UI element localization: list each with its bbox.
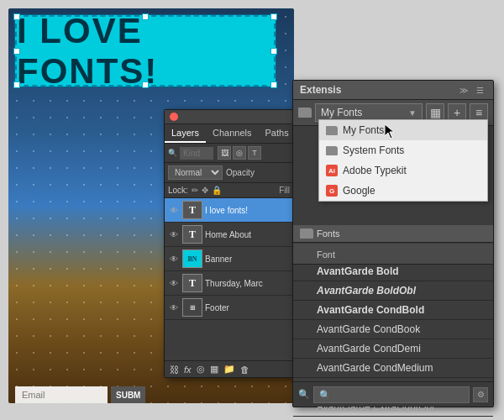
selection-handle-tr — [270, 13, 277, 20]
font-name-1: AvantGarde BoldObl — [317, 285, 416, 297]
layer-row-4[interactable]: 👁 ⊞ Footer — [165, 296, 293, 320]
eye-icon-0[interactable]: 👁 — [168, 205, 180, 215]
layer-row-1[interactable]: 👁 T Home About — [165, 223, 293, 247]
fonts-folder-icon — [300, 228, 313, 239]
extensis-title: Extensis — [300, 84, 341, 96]
layer-thumb-1: T — [182, 225, 202, 244]
selection-handle-tm — [142, 13, 149, 20]
chevron-down-icon: ▼ — [408, 108, 417, 118]
menu-item-typekit[interactable]: Ai Adobe Typekit — [319, 160, 487, 181]
tab-layers[interactable]: Layers — [165, 124, 206, 143]
layer-label-0: I love fonts! — [205, 206, 290, 215]
selection-handle-bl — [13, 81, 20, 88]
layers-panel-footer: ⛓ fx ◎ ▦ 📁 🗑 — [165, 360, 293, 377]
tab-channels[interactable]: Channels — [206, 124, 258, 143]
layer-row-2[interactable]: 👁 BN Banner — [165, 247, 293, 271]
menu-label-system-fonts: System Fonts — [343, 144, 404, 156]
dropdown-value: My Fonts — [321, 107, 362, 118]
submit-button[interactable]: SUBM — [111, 386, 145, 403]
font-item-3[interactable]: AvantGarde CondBook — [293, 320, 493, 339]
folder-icon — [298, 108, 312, 118]
google-icon: G — [326, 185, 338, 197]
filter-icon-2[interactable]: ◎ — [233, 146, 246, 160]
fonts-section-header: Fonts — [293, 225, 493, 243]
tab-paths[interactable]: Paths — [259, 124, 296, 143]
font-name-2: AvantGarde CondBold — [317, 304, 424, 316]
close-icon[interactable] — [170, 113, 178, 121]
typekit-icon: Ai — [326, 165, 338, 176]
selection-handle-bm — [142, 81, 149, 88]
fill-label: Fill — [279, 186, 290, 195]
layer-label-2: Banner — [205, 255, 290, 264]
ilove-banner: I LOVE FONTS! — [15, 15, 276, 87]
opacity-label: Opacity — [226, 168, 255, 177]
collapse-icon[interactable]: ≫ — [457, 85, 470, 96]
layer-thumb-3: T — [182, 274, 202, 292]
layer-filter-icons: 🖼 ◎ T — [218, 146, 261, 160]
delete-icon[interactable]: 🗑 — [240, 365, 249, 375]
layer-thumb-4: ⊞ — [182, 298, 202, 317]
folder-icon-system-fonts — [326, 146, 338, 155]
layers-panel-header — [165, 110, 293, 124]
menu-item-google[interactable]: G Google — [319, 181, 487, 201]
move-icon[interactable]: ✥ — [202, 186, 208, 195]
lock-label: Lock: — [168, 186, 188, 195]
menu-item-system-fonts[interactable]: System Fonts — [319, 140, 487, 160]
layer-row-3[interactable]: 👁 T Thursday, Marc — [165, 271, 293, 296]
menu-icon[interactable]: ☰ — [474, 85, 486, 96]
selection-handle-br — [270, 81, 277, 88]
font-item-1[interactable]: AvantGarde BoldObl — [293, 281, 493, 301]
font-sub-header-label: Font — [317, 249, 335, 260]
font-source-menu: My Fonts System Fonts Ai Adobe Typekit G… — [318, 119, 488, 202]
layers-panel: Layers Channels Paths 🔍 🖼 ◎ T Normal Opa… — [164, 109, 294, 378]
font-item-2[interactable]: AvantGarde CondBold — [293, 301, 493, 320]
layer-label-4: Footer — [205, 303, 290, 312]
group-icon[interactable]: 📁 — [223, 364, 235, 375]
eye-icon-3[interactable]: 👁 — [168, 278, 180, 288]
layer-label-1: Home About — [205, 230, 290, 239]
layer-label-3: Thursday, Marc — [205, 279, 290, 288]
canvas-form: SUBM — [15, 386, 145, 403]
adjustment-icon[interactable]: ▦ — [210, 364, 218, 375]
font-name-3: AvantGarde CondBook — [317, 323, 420, 335]
extensis-controls: ≫ ☰ — [457, 85, 486, 96]
font-item-5[interactable]: AvantGarde CondMedium — [293, 359, 493, 378]
layers-blend-row: Normal Opacity — [165, 163, 293, 183]
eye-icon-4[interactable]: 👁 — [168, 302, 180, 312]
email-input[interactable] — [15, 386, 108, 403]
menu-label-typekit: Adobe Typekit — [343, 165, 407, 176]
font-item-4[interactable]: AvantGarde CondDemi — [293, 339, 493, 359]
blend-mode-select[interactable]: Normal — [168, 165, 223, 180]
font-name-4: AvantGarde CondDemi — [317, 343, 421, 354]
lock-icon[interactable]: ✏ — [192, 186, 198, 195]
extensis-search-bar: 🔍 ⚙ — [293, 381, 493, 407]
layer-row-0[interactable]: 👁 T I love fonts! — [165, 198, 293, 223]
selection-handle-tl — [13, 13, 20, 20]
filter-icon-1[interactable]: 🖼 — [218, 146, 231, 160]
eye-icon-1[interactable]: 👁 — [168, 229, 180, 239]
font-search-input[interactable] — [313, 386, 470, 403]
filter-icon-3[interactable]: T — [248, 146, 261, 160]
eye-icon-2[interactable]: 👁 — [168, 254, 180, 264]
font-item-0[interactable]: AvantGarde Bold — [293, 262, 493, 281]
layers-lock-row: Lock: ✏ ✥ 🔒 Fill — [165, 183, 293, 198]
pixel-lock-icon[interactable]: 🔒 — [212, 186, 222, 195]
link-icon[interactable]: ⛓ — [170, 365, 179, 375]
selection-handle-mr — [270, 48, 277, 55]
fonts-header-label: Fonts — [317, 228, 340, 239]
settings-icon[interactable]: ⚙ — [473, 387, 488, 402]
menu-label-google: Google — [343, 185, 375, 197]
folder-icon-my-fonts — [326, 126, 338, 135]
extensis-header: Extensis ≫ ☰ — [293, 81, 493, 100]
selection-handle-ml — [13, 48, 20, 55]
menu-item-my-fonts[interactable]: My Fonts — [319, 120, 487, 140]
mask-icon[interactable]: ◎ — [197, 364, 205, 375]
layers-search-bar: 🔍 🖼 ◎ T — [165, 144, 293, 163]
font-name-0: AvantGarde Bold — [317, 265, 399, 277]
fx-icon[interactable]: fx — [184, 365, 192, 375]
layer-thumb-2: BN — [182, 249, 202, 268]
layers-tabs: Layers Channels Paths — [165, 124, 293, 144]
menu-label-my-fonts: My Fonts — [343, 124, 384, 136]
layers-search-input[interactable] — [180, 147, 213, 160]
search-icon-ext: 🔍 — [298, 389, 310, 400]
